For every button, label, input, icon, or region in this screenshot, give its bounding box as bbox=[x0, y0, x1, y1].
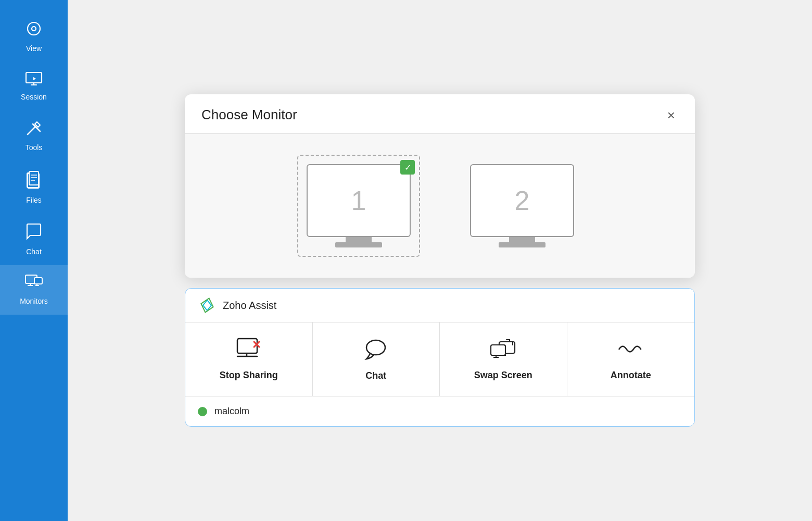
svg-line-3 bbox=[28, 127, 35, 134]
chat-icon bbox=[25, 223, 43, 243]
monitor-card-2[interactable]: 2 bbox=[462, 156, 582, 256]
monitors-icon bbox=[25, 275, 43, 293]
monitor-stand-base-2 bbox=[499, 242, 545, 247]
swap-screen-icon bbox=[490, 338, 517, 364]
annotate-button[interactable]: Annotate bbox=[567, 322, 695, 396]
monitor-check-badge: ✓ bbox=[400, 160, 415, 175]
sidebar-item-chat[interactable]: Chat bbox=[0, 214, 68, 265]
monitor-stand-neck-2 bbox=[509, 237, 535, 242]
sidebar-item-view-label: View bbox=[26, 44, 42, 53]
toolbar-brand-area: Zoho Assist bbox=[185, 289, 694, 322]
svg-point-22 bbox=[366, 340, 385, 355]
toolbar-actions-grid: Stop Sharing Chat bbox=[185, 322, 694, 396]
sidebar-item-files-label: Files bbox=[26, 196, 42, 204]
monitor-number-2: 2 bbox=[515, 185, 530, 216]
sidebar-item-chat-label: Chat bbox=[26, 247, 42, 256]
view-icon bbox=[25, 20, 43, 40]
user-status-dot bbox=[198, 407, 207, 416]
monitor-stand-neck-1 bbox=[346, 237, 372, 242]
monitor-screen-1: 1 ✓ bbox=[307, 164, 411, 237]
sidebar-item-tools[interactable]: Tools bbox=[0, 110, 68, 161]
monitor-body: 1 ✓ 2 bbox=[185, 134, 695, 278]
dialog-header: Choose Monitor × bbox=[185, 94, 695, 134]
svg-rect-7 bbox=[29, 171, 39, 185]
svg-rect-26 bbox=[491, 345, 505, 355]
session-icon bbox=[25, 71, 43, 89]
chat-action-icon bbox=[363, 337, 388, 364]
close-button[interactable]: × bbox=[664, 107, 678, 123]
swap-screen-button[interactable]: Swap Screen bbox=[440, 322, 567, 396]
sidebar-item-monitors[interactable]: Monitors bbox=[0, 265, 68, 315]
monitor-stand-base-1 bbox=[335, 242, 382, 247]
monitor-card-1[interactable]: 1 ✓ bbox=[297, 155, 420, 257]
stop-sharing-button[interactable]: Stop Sharing bbox=[185, 322, 313, 396]
zoho-assist-icon bbox=[198, 296, 217, 315]
sidebar-item-view[interactable]: View bbox=[0, 10, 68, 62]
sidebar-item-files[interactable]: Files bbox=[0, 161, 68, 214]
monitor-screen-2: 2 bbox=[470, 164, 574, 237]
choose-monitor-dialog: Choose Monitor × 1 ✓ 2 bbox=[185, 94, 695, 278]
chat-button[interactable]: Chat bbox=[313, 322, 440, 396]
zoho-assist-toolbar: Zoho Assist Stop Sharing bbox=[185, 288, 695, 427]
swap-screen-label: Swap Screen bbox=[474, 370, 532, 381]
stop-sharing-icon bbox=[235, 338, 262, 364]
annotate-icon bbox=[617, 338, 644, 364]
sidebar-item-monitors-label: Monitors bbox=[20, 297, 48, 305]
toolbar-status-row: malcolm bbox=[185, 396, 694, 426]
sidebar-item-tools-label: Tools bbox=[26, 143, 43, 152]
sidebar-item-session[interactable]: Session bbox=[0, 62, 68, 110]
svg-point-1 bbox=[32, 27, 36, 31]
files-icon bbox=[26, 170, 42, 192]
chat-action-label: Chat bbox=[365, 370, 386, 381]
svg-rect-14 bbox=[34, 278, 42, 284]
sidebar: View Session Tools bbox=[0, 0, 68, 521]
stop-sharing-label: Stop Sharing bbox=[220, 370, 278, 381]
main-content: Choose Monitor × 1 ✓ 2 bbox=[68, 0, 812, 521]
sidebar-item-session-label: Session bbox=[21, 93, 47, 101]
dialog-title: Choose Monitor bbox=[201, 107, 297, 123]
svg-point-0 bbox=[28, 22, 40, 35]
annotate-label: Annotate bbox=[611, 370, 651, 381]
monitor-number-1: 1 bbox=[351, 185, 366, 216]
brand-name-label: Zoho Assist bbox=[223, 300, 276, 312]
user-name-label: malcolm bbox=[214, 406, 249, 417]
tools-icon bbox=[26, 120, 42, 139]
